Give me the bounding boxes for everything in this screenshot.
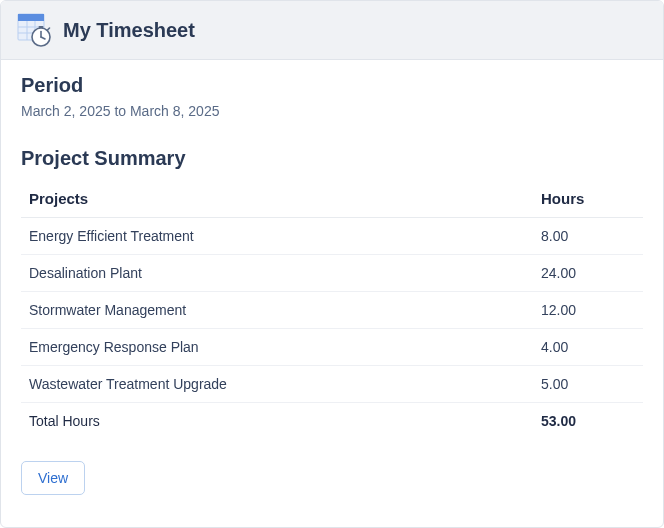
- cell-project: Stormwater Management: [21, 292, 533, 329]
- period-label: Period: [21, 74, 643, 97]
- cell-hours: 12.00: [533, 292, 643, 329]
- card-title: My Timesheet: [63, 19, 195, 42]
- summary-table: Projects Hours Energy Efficient Treatmen…: [21, 180, 643, 439]
- svg-rect-1: [18, 14, 44, 21]
- cell-project: Energy Efficient Treatment: [21, 218, 533, 255]
- cell-project: Desalination Plant: [21, 255, 533, 292]
- card-body: Period March 2, 2025 to March 8, 2025 Pr…: [1, 60, 663, 527]
- cell-hours: 4.00: [533, 329, 643, 366]
- cell-hours: 24.00: [533, 255, 643, 292]
- total-hours: 53.00: [533, 403, 643, 440]
- summary-header-row: Projects Hours: [21, 180, 643, 218]
- table-row: Desalination Plant 24.00: [21, 255, 643, 292]
- col-projects: Projects: [21, 180, 533, 218]
- cell-hours: 5.00: [533, 366, 643, 403]
- timesheet-card: My Timesheet Period March 2, 2025 to Mar…: [0, 0, 664, 528]
- cell-hours: 8.00: [533, 218, 643, 255]
- actions-bar: View: [21, 461, 643, 495]
- cell-project: Wastewater Treatment Upgrade: [21, 366, 533, 403]
- table-row: Emergency Response Plan 4.00: [21, 329, 643, 366]
- period-text: March 2, 2025 to March 8, 2025: [21, 103, 643, 119]
- table-row: Stormwater Management 12.00: [21, 292, 643, 329]
- table-row: Energy Efficient Treatment 8.00: [21, 218, 643, 255]
- cell-project: Emergency Response Plan: [21, 329, 533, 366]
- summary-label: Project Summary: [21, 147, 643, 170]
- table-row: Wastewater Treatment Upgrade 5.00: [21, 366, 643, 403]
- col-hours: Hours: [533, 180, 643, 218]
- card-header: My Timesheet: [1, 1, 663, 60]
- svg-rect-9: [39, 26, 44, 28]
- total-row: Total Hours 53.00: [21, 403, 643, 440]
- timesheet-icon: [17, 13, 51, 47]
- view-button[interactable]: View: [21, 461, 85, 495]
- total-label: Total Hours: [21, 403, 533, 440]
- svg-line-10: [48, 28, 50, 30]
